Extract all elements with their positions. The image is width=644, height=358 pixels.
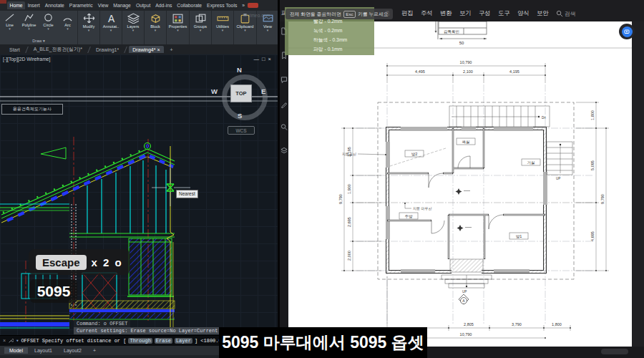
drawing-viewport[interactable]: [-][Top][2D Wireframe] —□× N W E S TOP W… xyxy=(0,54,278,335)
caret-icon[interactable]: ▾ xyxy=(155,29,157,32)
document-page[interactable]: 감독확인 50 xyxy=(288,21,632,347)
modify-button[interactable]: Modify ▾ xyxy=(78,11,100,32)
line-tool-button[interactable]: Line ▾ xyxy=(0,11,19,38)
wrench-icon[interactable] xyxy=(8,338,14,344)
caret-icon[interactable]: ▾ xyxy=(9,27,11,30)
menu-comment[interactable]: 주석 xyxy=(421,9,433,17)
close-icon[interactable]: × xyxy=(157,47,160,52)
arc-icon xyxy=(62,13,73,22)
ribbon-tab-addins[interactable]: Add-ins xyxy=(153,1,175,9)
zoom-control[interactable] xyxy=(601,349,628,354)
wcs-selector[interactable]: WCS xyxy=(228,126,255,135)
escape-keycap: Escape xyxy=(36,255,87,270)
file-tab-start[interactable]: Start xyxy=(6,46,24,53)
comment-icon[interactable] xyxy=(280,76,288,84)
annotation-pen-icon[interactable] xyxy=(280,100,288,108)
close-icon[interactable]: × xyxy=(268,56,274,62)
utilities-button[interactable]: Utilities ▾ xyxy=(212,11,234,32)
caret-icon[interactable]: ▾ xyxy=(67,27,69,30)
search-doc-icon[interactable] xyxy=(280,123,288,131)
dim-value: 5,095 xyxy=(590,160,595,170)
compass-east[interactable]: E xyxy=(261,87,265,95)
file-tab-able[interactable]: A_BLE_전용건(실기)* xyxy=(30,45,86,54)
layers-button[interactable]: Layers ▾ xyxy=(122,11,145,32)
caret-icon[interactable]: ▾ xyxy=(244,29,246,32)
caret-icon[interactable]: ▾ xyxy=(88,29,90,32)
keyword-through[interactable]: Through xyxy=(128,338,152,344)
polyline-tool-button[interactable]: Polyline ▾ xyxy=(19,11,39,38)
room-label: 욕실 xyxy=(462,140,470,144)
ribbon-tab-output[interactable]: Output xyxy=(133,1,152,9)
ribbon-tab-parametric[interactable]: Parametric xyxy=(67,1,95,9)
add-layout-button[interactable]: + xyxy=(88,347,101,354)
dim-value: 3,195 xyxy=(347,147,351,157)
caret-icon[interactable]: ▾ xyxy=(177,29,179,32)
caret-icon[interactable]: ▾ xyxy=(222,29,224,32)
cad-app: Home Insert Annotate Parametric View Man… xyxy=(0,0,278,358)
caret-icon[interactable]: ▾ xyxy=(28,27,30,30)
dim-value: 2,695 xyxy=(347,217,351,227)
menu-tools[interactable]: 도구 xyxy=(498,9,510,17)
caret-icon[interactable]: ▾ xyxy=(200,29,202,32)
block-button[interactable]: Block ▾ xyxy=(145,11,167,32)
file-tab-drawing4[interactable]: Drawing4* × xyxy=(129,46,163,53)
viewcube-top-button[interactable]: TOP xyxy=(230,84,252,102)
menu-view[interactable]: 보기 xyxy=(459,9,472,17)
ribbon: Line ▾ Polyline ▾ Circle ▾ xyxy=(0,11,278,44)
section-marker: A xyxy=(459,294,469,304)
search-icon[interactable] xyxy=(556,10,563,17)
groups-button[interactable]: Groups ▾ xyxy=(190,11,212,32)
caret-icon[interactable]: ▾ xyxy=(110,29,112,32)
ribbon-overflow-icon[interactable]: » xyxy=(240,1,248,9)
caret-icon[interactable]: ▾ xyxy=(267,29,269,32)
keyword-layer[interactable]: Layer xyxy=(175,338,192,344)
tab-layout2[interactable]: Layout2 xyxy=(59,347,87,354)
draw-panel-footer[interactable]: Draw ▾ xyxy=(32,38,44,44)
screen: Home Insert Annotate Parametric View Man… xyxy=(0,0,644,358)
ribbon-switch-icon[interactable] xyxy=(248,3,258,8)
ribbon-tab-collaborate[interactable]: Collaborate xyxy=(175,1,205,9)
compass-west[interactable]: W xyxy=(211,87,218,95)
ribbon-tab-annotate[interactable]: Annotate xyxy=(42,1,67,9)
menu-organize[interactable]: 구성 xyxy=(479,9,491,17)
search-label[interactable]: 검색 xyxy=(565,10,576,18)
toast-text: 전체 화면을 종료하려면 xyxy=(290,11,341,18)
minimize-icon[interactable]: — xyxy=(254,56,263,62)
windows xyxy=(386,127,547,273)
esc-keycap: Esc xyxy=(343,11,356,18)
ribbon-tab-insert[interactable]: Insert xyxy=(25,1,42,9)
properties-button[interactable]: Properties ▾ xyxy=(167,11,189,32)
caret-icon[interactable]: ▾ xyxy=(132,29,135,32)
tab-model[interactable]: Model xyxy=(4,347,28,354)
menu-forms[interactable]: 양식 xyxy=(517,9,530,17)
menu-security[interactable]: 보안 xyxy=(537,9,549,17)
annotate-button[interactable]: A Annotat.. ▾ xyxy=(100,11,122,32)
menu-edit[interactable]: 편집 xyxy=(401,9,414,17)
viewer-sidebar xyxy=(280,21,288,358)
viewport-label[interactable]: [-][Top][2D Wireframe] xyxy=(3,57,50,62)
ribbon-tab-home[interactable]: Home xyxy=(7,1,25,9)
panel-annotate: A Annotat.. ▾ xyxy=(100,11,122,44)
layers-panel-icon[interactable] xyxy=(280,147,288,155)
keyword-erase[interactable]: Erase xyxy=(155,338,172,344)
layers-icon xyxy=(127,13,140,24)
pen-line: 파랑 - 0.1mm xyxy=(313,44,374,54)
tab-layout1[interactable]: Layout1 xyxy=(29,347,57,354)
file-tab-drawing1[interactable]: Drawing1* xyxy=(92,46,122,53)
ribbon-tab-view[interactable]: View xyxy=(95,1,111,9)
circle-tool-button[interactable]: Circle ▾ xyxy=(39,11,58,38)
close-icon[interactable]: × xyxy=(3,338,6,344)
arc-tool-button[interactable]: Arc ▾ xyxy=(58,11,77,38)
compass-north[interactable]: N xyxy=(237,66,242,74)
floating-action-button[interactable] xyxy=(619,24,635,39)
new-tab-button[interactable]: + xyxy=(167,46,177,53)
stair-right xyxy=(547,142,572,175)
svg-text:A: A xyxy=(107,13,114,24)
compass-south[interactable]: S xyxy=(238,112,242,120)
restore-icon[interactable]: □ xyxy=(262,56,268,62)
caret-icon[interactable]: ▾ xyxy=(47,27,49,30)
command-dropdown-icon[interactable]: ▾ xyxy=(16,338,19,344)
ribbon-tab-express[interactable]: Express Tools xyxy=(205,1,240,9)
menu-convert[interactable]: 변환 xyxy=(440,9,452,17)
ribbon-tab-manage[interactable]: Manage xyxy=(111,1,134,9)
